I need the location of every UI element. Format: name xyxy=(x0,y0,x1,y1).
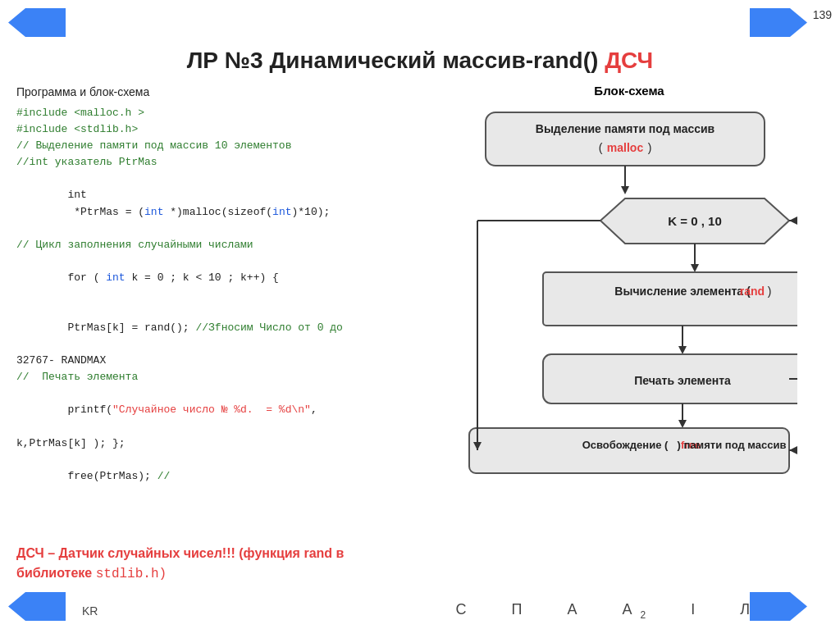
bottom-navigation: KR С П А А2 І Л xyxy=(0,601,840,621)
svg-rect-0 xyxy=(486,112,765,166)
code-line-4: //int указатель PtrMas xyxy=(16,154,418,171)
code-line-8: PtrMas[k] = rand(); //Зfносим Число от 0… xyxy=(16,303,418,352)
svg-text:(: ( xyxy=(599,141,603,154)
code-line-7: for ( int k = 0 ; k < 10 ; k++) { xyxy=(16,253,418,303)
slide-title: ЛР №3 Динамический массив-rand() ДСЧ xyxy=(16,48,824,74)
code-line-6: // Цикл заполнения случайными числами xyxy=(16,237,418,253)
code-line-3: // Выделение памяти под массив 10 элемен… xyxy=(16,138,418,154)
title-red: ДСЧ xyxy=(605,48,653,73)
svg-marker-24 xyxy=(678,420,687,428)
code-line-13: free(PtrMas); // xyxy=(16,452,418,501)
svg-text:Выделение памяти под массив: Выделение памяти под массив xyxy=(536,122,715,135)
code-line-12: k,PtrMas[k] ); }; xyxy=(16,435,418,452)
svg-marker-10 xyxy=(691,264,699,272)
svg-marker-16 xyxy=(678,346,687,354)
svg-text:malloc: malloc xyxy=(607,141,644,154)
code-line-2: #include <stdlib.h> xyxy=(16,121,418,138)
svg-text:): ) xyxy=(768,285,772,298)
program-label: Программа и блок-схема xyxy=(16,84,418,102)
bottom-text-mono: stdlib.h) xyxy=(96,567,167,581)
svg-text:rand: rand xyxy=(740,285,765,298)
svg-text:): ) xyxy=(648,141,652,154)
svg-marker-6 xyxy=(621,186,629,194)
nav-kr-label: KR xyxy=(82,604,98,618)
svg-text:K = 0 , 10: K = 0 , 10 xyxy=(668,214,721,228)
code-line-9: 32767- RANDMAX xyxy=(16,353,418,369)
svg-marker-22 xyxy=(789,217,797,225)
flowchart-section: Блок-схема Выделение памяти под массив (… xyxy=(435,84,824,522)
page-number: 139 xyxy=(813,8,832,21)
svg-text:Печать элемента: Печать элемента xyxy=(634,374,731,387)
nav-arrow-left-top[interactable] xyxy=(8,8,66,37)
title-text: ЛР №3 Динамический массив-rand() xyxy=(187,48,599,73)
svg-text:) памяти под массив: ) памяти под массив xyxy=(678,439,787,451)
code-line-10: // Печать элемента xyxy=(16,369,418,385)
code-line-5: int *PtrMas = (int *)malloc(sizeof(int)*… xyxy=(16,171,418,237)
nav-arrow-right-top[interactable] xyxy=(750,8,807,37)
nav-right-labels: С П А А2 І Л xyxy=(456,601,758,621)
svg-marker-33 xyxy=(789,446,797,454)
code-section: Программа и блок-схема #include <malloc.… xyxy=(16,84,418,522)
flowchart-title: Блок-схема xyxy=(435,84,824,98)
bottom-description: ДСЧ – Датчик случайных чисел!!! (функция… xyxy=(16,544,369,584)
svg-text:Вычисление элемента (: Вычисление элемента ( xyxy=(614,285,751,298)
svg-rect-11 xyxy=(543,272,797,326)
flowchart-diagram: Выделение памяти под массив ( malloc ) K… xyxy=(461,104,797,522)
bottom-text-bold: ДСЧ – Датчик случайных чисел!!! (функция… xyxy=(16,546,344,580)
code-line-1: #include <malloc.h > xyxy=(16,105,418,121)
svg-text:Освобождение (: Освобождение ( xyxy=(582,439,669,451)
code-line-11: printf("Случайное число № %d. = %d\n", xyxy=(16,385,418,435)
